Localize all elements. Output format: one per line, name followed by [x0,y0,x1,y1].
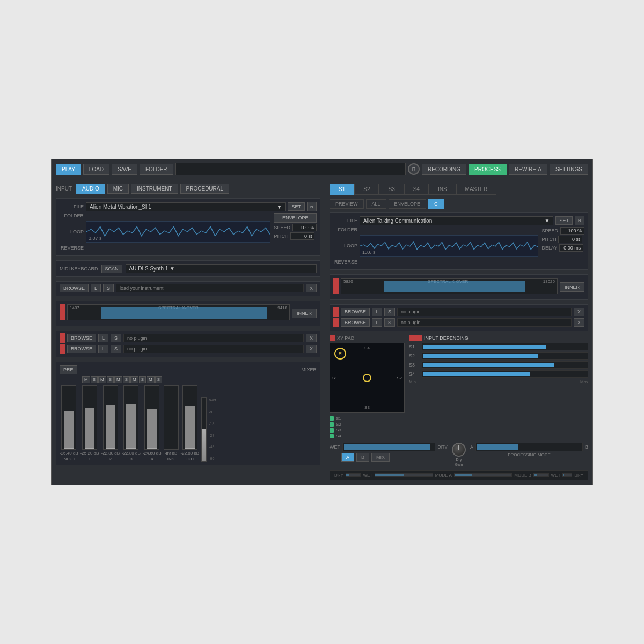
rewire-button[interactable]: REWIRE-A [509,164,547,175]
xy-r-button[interactable]: R [334,348,346,360]
plugin-l-2[interactable]: L [98,345,108,353]
fader-4[interactable] [144,385,159,450]
plugin-browse-2[interactable]: BROWSE [67,345,96,353]
folder-button[interactable]: FOLDER [140,164,173,175]
instrument-field[interactable]: load your instrument [116,284,304,292]
tab-mic[interactable]: MIC [107,184,129,194]
scan-button[interactable]: SCAN [101,265,122,273]
speed-value[interactable]: 100 % [292,224,317,231]
x-button[interactable]: X [306,284,317,292]
bb-slider-4[interactable] [533,473,549,477]
right-delay-value[interactable]: 0.00 ms [559,244,583,252]
right-speed-value[interactable]: 100 % [560,227,584,235]
mix-btn[interactable]: MIX [371,453,390,462]
rtab-s1[interactable]: S1 [330,184,354,195]
ptab-all[interactable]: ALL [366,199,386,209]
preset-dropdown[interactable] [175,163,406,175]
rtab-master[interactable]: MASTER [456,184,497,195]
n-button[interactable]: N [307,202,317,211]
right-filename-display[interactable]: Alien Talking Communication ▼ [360,216,553,225]
right-plugin-field-1[interactable]: no plugin [397,308,572,316]
rtab-s4[interactable]: S4 [404,184,429,195]
right-plugin-l-1[interactable]: L [372,308,382,316]
filename-display[interactable]: Alien Metal Vibration_SI 1 ▼ [86,202,286,211]
bb-slider-1[interactable] [346,473,361,477]
right-plugin-s-2[interactable]: S [384,318,395,327]
ch2-m-btn[interactable]: M [98,376,106,383]
set-button[interactable]: SET [288,202,305,211]
ch1-s-btn[interactable]: S [91,376,98,383]
fader-input[interactable] [61,385,76,450]
right-plugin-l-2[interactable]: L [372,318,382,327]
settings-button[interactable]: SETTINGS [550,164,588,175]
right-plugin-x-1[interactable]: X [574,308,584,316]
ch5-m-btn[interactable]: M [147,376,155,383]
s-button[interactable]: S [103,284,114,292]
right-inner-button[interactable]: INNER [560,282,584,292]
right-plugin-s-1[interactable]: S [384,308,395,316]
a-btn[interactable]: A [341,453,354,462]
envelope-button[interactable]: ENVELOPE [274,213,317,223]
dry-gain-knob[interactable] [452,443,466,457]
plugin-x-2[interactable]: X [306,345,317,353]
ch4-m-btn[interactable]: M [130,376,138,383]
save-button[interactable]: SAVE [112,164,137,175]
fader-out[interactable] [182,385,197,450]
r-button[interactable]: R [408,163,420,175]
plugin-s-1[interactable]: S [111,334,121,342]
s4-slider[interactable] [422,370,588,378]
rtab-s3[interactable]: S3 [379,184,404,195]
spectral-slider[interactable]: 1407 SPECTRAL X-OVER 9418 [67,304,290,320]
right-pitch-value[interactable]: 0 st [558,236,582,243]
plugin-browse-1[interactable]: BROWSE [67,334,96,342]
ptab-c[interactable]: C [428,199,444,209]
rtab-ins[interactable]: INS [429,184,456,195]
bb-slider-3[interactable] [454,473,513,477]
fader-2[interactable] [103,385,118,450]
proc-slider[interactable] [475,443,583,451]
ptab-envelope[interactable]: ENVELOPE [389,199,427,209]
pitch-value[interactable]: 0 st [290,232,314,240]
tab-procedural[interactable]: PROCEDURAL [180,184,229,194]
fader-1[interactable] [82,385,97,450]
fader-3[interactable] [123,385,138,450]
pre-button[interactable]: PRE [60,365,77,374]
b-btn[interactable]: B [356,453,369,462]
fader-ins[interactable] [164,385,179,450]
tab-audio[interactable]: AUDIO [76,184,105,194]
bb-slider-2[interactable] [375,473,433,477]
plugin-l-1[interactable]: L [98,334,108,342]
process-button[interactable]: PROCESS [469,164,507,175]
right-n-button[interactable]: N [575,216,584,225]
ptab-preview[interactable]: PREVIEW [330,199,364,209]
wd-slider[interactable] [342,443,435,451]
right-set-button[interactable]: SET [555,216,573,225]
tab-instrument[interactable]: INSTRUMENT [131,184,178,194]
xy-pad[interactable]: R S4 S1 S2 S3 [330,343,405,413]
play-button[interactable]: PLAY [56,164,81,175]
plugin-s-2[interactable]: S [111,345,121,353]
ch3-m-btn[interactable]: M [114,376,122,383]
s1-slider[interactable] [422,343,588,350]
plugin-field-1[interactable]: no plugin [123,334,304,342]
s2-slider[interactable] [422,352,588,360]
s3-slider[interactable] [422,361,588,369]
browse-button[interactable]: BROWSE [60,284,89,292]
ch5-s-btn[interactable]: S [155,376,162,383]
right-spectral-slider[interactable]: 5820 SPECTRAL X-OVER 13025 [341,278,558,294]
bb-slider-5[interactable] [562,473,572,477]
ch3-s-btn[interactable]: S [123,376,130,383]
midi-dropdown[interactable]: AU DLS Synth 1 ▼ [126,264,317,273]
ch2-s-btn[interactable]: S [107,376,114,383]
right-plugin-field-2[interactable]: no plugin [397,318,572,327]
recording-button[interactable]: RECORDING [422,164,466,175]
inner-button[interactable]: INNER [292,309,317,318]
ch4-s-btn[interactable]: S [139,376,146,383]
l-button[interactable]: L [91,284,101,292]
right-plugin-browse-2[interactable]: BROWSE [341,318,370,327]
right-plugin-x-2[interactable]: X [574,318,584,327]
load-button[interactable]: LOAD [83,164,109,175]
rtab-s2[interactable]: S2 [354,184,379,195]
plugin-x-1[interactable]: X [306,334,317,342]
right-plugin-browse-1[interactable]: BROWSE [341,308,370,316]
